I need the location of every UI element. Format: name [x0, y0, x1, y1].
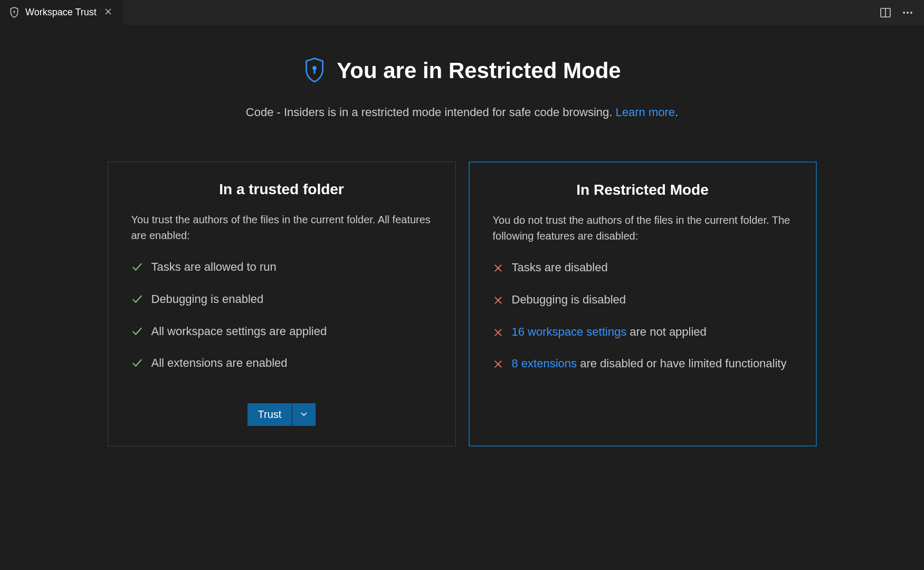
tab-workspace-trust[interactable]: Workspace Trust [0, 0, 123, 25]
svg-rect-10 [314, 69, 316, 73]
more-actions-icon[interactable] [902, 7, 913, 18]
x-icon [493, 326, 503, 343]
learn-more-link[interactable]: Learn more [616, 106, 675, 119]
trusted-card: In a trusted folder You trust the author… [108, 162, 456, 446]
restricted-desc: You do not trust the authors of the file… [493, 212, 793, 244]
trust-button[interactable]: Trust [247, 403, 292, 426]
check-icon [131, 326, 143, 342]
split-editor-icon[interactable] [880, 7, 891, 18]
list-item: 16 workspace settings are not applied [493, 324, 793, 343]
cards-row: In a trusted folder You trust the author… [16, 162, 908, 446]
subtitle-text: Code - Insiders is in a restricted mode … [246, 106, 616, 119]
list-item: 8 extensions are disabled or have limite… [493, 356, 793, 374]
trust-split-button: Trust [247, 403, 316, 426]
list-item: Debugging is disabled [493, 292, 793, 310]
subtitle: Code - Insiders is in a restricted mode … [16, 106, 908, 119]
close-icon[interactable] [102, 6, 115, 18]
tab-bar: Workspace Trust [0, 0, 924, 25]
list-item: All extensions are enabled [131, 355, 432, 374]
check-icon [131, 261, 143, 278]
trusted-desc: You trust the authors of the files in th… [131, 212, 432, 243]
shield-icon [8, 7, 20, 18]
feature-text: 8 extensions are disabled or have limite… [512, 356, 787, 372]
restricted-title: In Restricted Mode [493, 182, 793, 198]
svg-point-8 [910, 12, 912, 14]
content: You are in Restricted Mode Code - Inside… [0, 25, 924, 462]
tab-actions [880, 7, 924, 18]
x-icon [493, 262, 503, 278]
feature-text: All extensions are enabled [151, 355, 288, 372]
svg-point-0 [14, 11, 15, 12]
feature-text: Debugging is enabled [151, 291, 264, 308]
feature-text: Tasks are allowed to run [151, 259, 277, 276]
chevron-down-icon [300, 410, 308, 420]
workspace-settings-link[interactable]: 16 workspace settings [512, 325, 627, 338]
shield-icon [303, 57, 326, 84]
restricted-feature-list: Tasks are disabled Debugging is disabled… [493, 260, 793, 374]
svg-point-7 [907, 12, 909, 14]
feature-text: Tasks are disabled [512, 260, 608, 276]
svg-point-6 [903, 12, 905, 14]
x-icon [493, 294, 503, 310]
restricted-card: In Restricted Mode You do not trust the … [469, 162, 817, 446]
tab-label: Workspace Trust [25, 7, 97, 18]
list-item: Debugging is enabled [131, 291, 432, 310]
list-item: Tasks are disabled [493, 260, 793, 278]
page-title: You are in Restricted Mode [337, 58, 621, 83]
subtitle-suffix: . [675, 106, 678, 119]
trusted-feature-list: Tasks are allowed to run Debugging is en… [131, 259, 432, 374]
check-icon [131, 357, 143, 374]
trust-dropdown-button[interactable] [292, 403, 316, 426]
list-item: Tasks are allowed to run [131, 259, 432, 278]
list-item: All workspace settings are applied [131, 324, 432, 342]
feature-text: 16 workspace settings are not applied [512, 324, 707, 340]
x-icon [493, 358, 503, 374]
extensions-link[interactable]: 8 extensions [512, 357, 577, 370]
svg-rect-1 [14, 12, 14, 13]
heading-row: You are in Restricted Mode [16, 57, 908, 84]
check-icon [131, 293, 143, 310]
feature-text: Debugging is disabled [512, 292, 626, 308]
trusted-title: In a trusted folder [131, 181, 432, 198]
feature-text: All workspace settings are applied [151, 324, 327, 340]
trust-button-row: Trust [108, 403, 455, 426]
